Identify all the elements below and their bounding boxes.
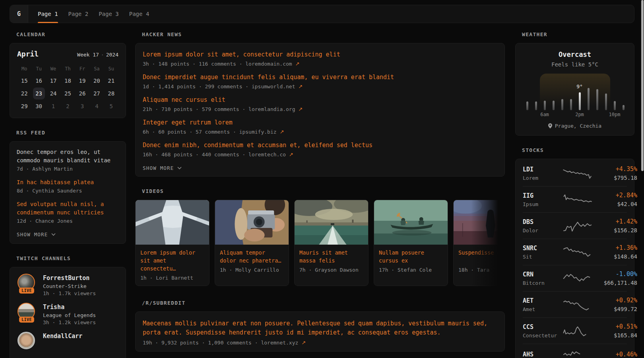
video-thumbnail-canoe[interactable] — [374, 200, 448, 245]
app-logo[interactable]: G — [10, 5, 28, 23]
video-thumbnail-camera[interactable] — [215, 200, 289, 245]
hn-story-link[interactable]: Donec enim nibh, condimentum et accumsan… — [143, 141, 497, 150]
twitch-channel-name[interactable]: Trisha — [43, 303, 96, 311]
weather-chart: 9° — [523, 74, 628, 110]
weather-hour-labels: 6am2pm10pm — [523, 112, 628, 118]
reddit-domain-link[interactable]: loremnet.xyz — [261, 340, 298, 346]
video-thumbnail-pillars[interactable] — [136, 200, 209, 245]
hn-domain-link[interactable]: loremlandia.org — [248, 106, 295, 112]
calendar-day: 15 — [17, 74, 31, 87]
rss-show-more-button[interactable]: SHOW MORE — [17, 232, 56, 237]
video-card[interactable]: Lorem ipsum dolor sit amet consectetu… 1… — [135, 200, 209, 286]
hn-domain-link[interactable]: loremdomain.com — [245, 61, 292, 67]
stock-price: $156.28 — [593, 227, 637, 233]
twitch-channel-name[interactable]: KendallCarr — [43, 332, 82, 340]
twitch-avatar[interactable] — [17, 332, 35, 349]
calendar-day-next-month: 1 — [46, 100, 60, 112]
rss-section-title: RSS FEED — [16, 130, 126, 136]
subreddit-widget: Maecenas mollis pulvinar erat non posuer… — [135, 311, 505, 352]
hn-story-link[interactable]: Donec imperdiet augue tincidunt felis al… — [143, 73, 497, 82]
tab-page-2[interactable]: Page 2 — [68, 5, 89, 23]
stock-sparkline — [563, 272, 593, 284]
rss-item-meta: 7d · Ashlyn Martin — [17, 166, 119, 172]
hn-domain-link[interactable]: ipsumify.biz — [239, 129, 277, 135]
stocks-widget: LDILorem +4.35%$795.18 IIGIpsum +2.84%$4… — [515, 159, 634, 358]
video-card[interactable]: Nullam posuere cursus ex 17h · Stefan Co… — [374, 200, 448, 286]
weather-bar — [588, 88, 590, 110]
stocks-section: STOCKS LDILorem +4.35%$795.18 IIGIpsum +… — [515, 148, 634, 358]
hn-story-link[interactable]: Integer eget rutrum lorem — [143, 119, 497, 127]
rss-item-meta: 8d · Cynthia Saunders — [17, 188, 119, 194]
stock-name: Ipsum — [523, 201, 563, 207]
video-title-link[interactable]: Aliquam tempor dolor nec pharetra… — [220, 249, 284, 265]
hn-story-link[interactable]: Lorem ipsum dolor sit amet, consectetur … — [143, 51, 497, 59]
reddit-post-link[interactable]: Maecenas mollis pulvinar erat non posuer… — [143, 319, 497, 337]
videos-carousel: Lorem ipsum dolor sit amet consectetu… 1… — [135, 200, 505, 286]
stock-symbol: DBS — [523, 218, 563, 226]
weather-hour-label: 6am — [540, 112, 549, 117]
twitch-channel[interactable]: LIVE ForrestBurton Counter-Strike 1h · 1… — [17, 274, 119, 296]
hn-story-meta: 6h · 60 points · 57 comments · ipsumify.… — [143, 129, 497, 135]
videos-section: VIDEOS Lorem ipsum dolor sit amet consec… — [135, 189, 505, 286]
hn-story-link[interactable]: Aliquam nec cursus elit — [143, 96, 497, 104]
rss-item-link[interactable]: In hac habitasse platea — [17, 178, 119, 187]
stock-name: Dolor — [523, 228, 563, 233]
stock-row: AETAmet +0.92%$499.72 — [523, 291, 627, 317]
stock-row: CRNBitcorn -1.00%$66,171.48 — [523, 265, 627, 291]
rss-item-link[interactable]: Donec tempor eros leo, ut commodo mauris… — [17, 148, 119, 165]
video-title-link[interactable]: Lorem ipsum dolor sit amet consectetu… — [140, 249, 204, 272]
video-card[interactable]: Aliquam tempor dolor nec pharetra… 1h · … — [215, 200, 289, 286]
stock-name: Lorem — [523, 175, 563, 181]
calendar-day: 18 — [60, 74, 75, 87]
video-card[interactable]: Mauris sit amet massa felis 7h · Grayson… — [294, 200, 369, 286]
video-thumbnail-field[interactable] — [454, 200, 505, 245]
tab-page-1[interactable]: Page 1 — [38, 5, 58, 23]
left-column: CALENDAR April Week 17·2024 Mo Tu We Th … — [10, 32, 126, 358]
external-link-icon: ↗ — [279, 129, 284, 135]
external-link-icon: ↗ — [289, 152, 293, 158]
stock-row: IIGIpsum +2.84%$42.04 — [523, 186, 627, 212]
video-title-link[interactable]: Nullam posuere cursus ex — [379, 249, 443, 265]
stock-price: $499.72 — [593, 306, 637, 312]
twitch-section: TWITCH CHANNELS LIVE ForrestBurton Count… — [10, 256, 126, 358]
stock-name: Sit — [523, 254, 563, 260]
hn-show-more-button[interactable]: SHOW MORE — [143, 165, 182, 171]
video-title-link[interactable]: Suspendisse diam — [458, 249, 505, 265]
external-link-icon: ↗ — [298, 106, 303, 112]
videos-section-title: VIDEOS — [142, 189, 505, 194]
twitch-channel[interactable]: KendallCarr — [17, 332, 119, 349]
tab-page-3[interactable]: Page 3 — [99, 5, 119, 23]
weather-hour-label: 2pm — [575, 112, 584, 117]
weather-bar — [553, 101, 555, 110]
hn-domain-link[interactable]: ipsumworld.net — [252, 84, 295, 90]
calendar-month: April — [17, 50, 39, 58]
chevron-down-icon — [177, 167, 182, 169]
reddit-post: Maecenas mollis pulvinar erat non posuer… — [143, 319, 497, 346]
topbar: G Page 1 Page 2 Page 3 Page 4 — [10, 5, 634, 23]
weather-bar — [535, 101, 537, 110]
live-badge: LIVE — [19, 288, 34, 294]
stock-name: Bitcorn — [523, 280, 563, 286]
right-column: WEATHER Overcast Feels like 5°C 9° 6am2p… — [515, 32, 634, 358]
calendar-day-next-month: 2 — [60, 100, 75, 112]
video-card[interactable]: Suspendisse diam 18h · Tara — [453, 200, 505, 286]
stock-price: $165.84 — [593, 332, 637, 339]
twitch-channel-name[interactable]: ForrestBurton — [43, 274, 96, 282]
rss-item-link[interactable]: Sed volutpat nulla nisl, a condimentum n… — [17, 200, 119, 217]
twitch-channel-meta: 1h · 1.7k viewers — [43, 290, 96, 296]
calendar-day-next-month: 5 — [104, 100, 118, 112]
weather-bar — [596, 89, 598, 110]
calendar-day-next-month: 4 — [89, 100, 104, 112]
tab-page-4[interactable]: Page 4 — [129, 5, 149, 23]
scrollbar[interactable] — [641, 0, 644, 171]
video-thumbnail-sea[interactable] — [295, 200, 368, 245]
weather-bar — [605, 93, 607, 110]
map-pin-icon — [548, 123, 552, 128]
hn-story: Lorem ipsum dolor sit amet, consectetur … — [143, 51, 497, 67]
hn-domain-link[interactable]: loremtech.co — [248, 152, 286, 158]
external-link-icon: ↗ — [295, 61, 300, 67]
stock-change: +0.46% — [593, 351, 637, 358]
twitch-channel[interactable]: LIVE Trisha League of Legends 3h · 1.2k … — [17, 303, 119, 325]
weather-feels-like: Feels like 5°C — [523, 61, 627, 68]
video-title-link[interactable]: Mauris sit amet massa felis — [299, 249, 363, 265]
